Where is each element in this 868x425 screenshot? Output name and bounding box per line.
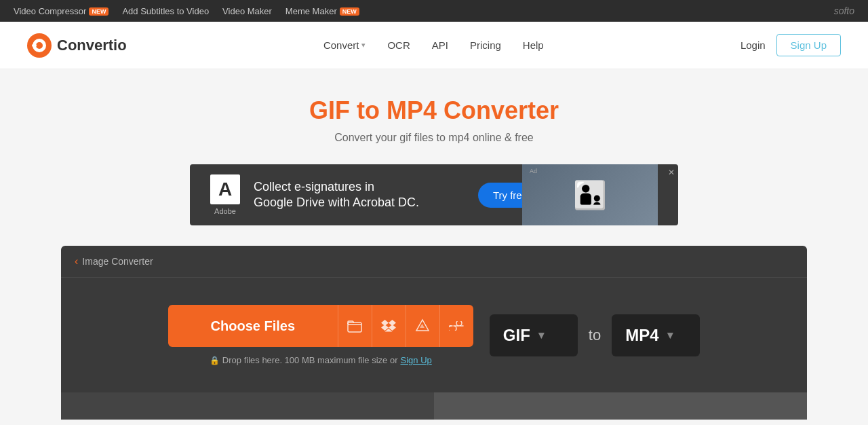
- page-title: GIF to MP4 Converter: [14, 96, 854, 125]
- topbar-video-maker[interactable]: Video Maker: [222, 6, 272, 16]
- auth-buttons: Login Sign Up: [741, 34, 841, 56]
- svg-point-2: [36, 42, 43, 49]
- choose-files-container: Choose Files: [168, 305, 473, 365]
- dropbox-icon[interactable]: [372, 305, 406, 347]
- from-format-chevron-icon: ▾: [538, 329, 544, 341]
- page-subtitle: Convert your gif files to mp4 online & f…: [14, 132, 854, 144]
- nav-ocr[interactable]: OCR: [379, 34, 418, 56]
- nav-pricing[interactable]: Pricing: [462, 34, 509, 56]
- topbar-video-compressor[interactable]: Video CompressorNEW: [14, 6, 108, 16]
- choose-files-button[interactable]: Choose Files: [168, 305, 473, 347]
- bottom-section: [61, 392, 807, 420]
- folder-icon[interactable]: [338, 305, 372, 347]
- ad-banner: A Adobe Collect e-signatures in Google D…: [190, 164, 678, 225]
- nav-help[interactable]: Help: [515, 34, 552, 56]
- adobe-logo: A Adobe: [210, 174, 240, 215]
- main-content: GIF to MP4 Converter Convert your gif fi…: [0, 69, 868, 420]
- converter-section: ‹ Image Converter Choose Files: [61, 246, 807, 392]
- top-bar: Video CompressorNEW Add Subtitles to Vid…: [0, 0, 868, 22]
- from-format-label: GIF: [503, 326, 530, 345]
- bottom-left: [61, 392, 434, 420]
- breadcrumb: ‹ Image Converter: [61, 246, 807, 278]
- topbar-add-subtitles[interactable]: Add Subtitles to Video: [122, 6, 209, 16]
- nav-api[interactable]: API: [424, 34, 456, 56]
- header: Convertio Convert ▾ OCR API Pricing Help…: [0, 22, 868, 69]
- login-button[interactable]: Login: [741, 39, 766, 51]
- ad-person-icon: 👨‍👦: [573, 179, 607, 211]
- to-format-label: MP4: [625, 326, 658, 345]
- ad-label: Ad: [530, 168, 537, 174]
- choose-files-label: Choose Files: [168, 318, 338, 334]
- logo[interactable]: Convertio: [27, 33, 127, 58]
- convert-chevron-icon: ▾: [361, 41, 366, 50]
- signup-link[interactable]: Sign Up: [401, 355, 432, 365]
- breadcrumb-chevron-icon: ‹: [75, 255, 78, 267]
- link-icon[interactable]: [439, 305, 473, 347]
- topbar-brand: softo: [834, 5, 854, 16]
- upload-icons: [338, 305, 473, 347]
- breadcrumb-text: Image Converter: [82, 256, 153, 267]
- to-label: to: [589, 327, 601, 344]
- svg-rect-3: [32, 44, 37, 47]
- from-format-button[interactable]: GIF ▾: [490, 314, 578, 356]
- top-bar-links: Video CompressorNEW Add Subtitles to Vid…: [14, 6, 359, 16]
- drop-zone-hint: 🔒 Drop files here. 100 MB maximum file s…: [210, 355, 432, 365]
- ad-text: Collect e-signatures in Google Drive wit…: [254, 179, 419, 211]
- converter-body: Choose Files: [61, 278, 807, 392]
- google-drive-icon[interactable]: [406, 305, 439, 347]
- adobe-icon: A: [210, 174, 240, 204]
- ad-image: 👨‍👦: [522, 164, 658, 225]
- to-format-chevron-icon: ▾: [667, 329, 673, 341]
- bottom-right: [434, 392, 807, 420]
- main-nav: Convert ▾ OCR API Pricing Help: [315, 34, 552, 56]
- ad-close-icon[interactable]: ✕: [668, 168, 675, 177]
- to-format-button[interactable]: MP4 ▾: [612, 314, 700, 356]
- ad-left: A Adobe Collect e-signatures in Google D…: [210, 174, 419, 215]
- ad-right: Try free 👨‍👦: [522, 164, 658, 225]
- topbar-meme-maker[interactable]: Meme MakerNEW: [285, 6, 359, 16]
- logo-icon: [27, 33, 52, 58]
- nav-convert[interactable]: Convert ▾: [315, 34, 374, 56]
- logo-text: Convertio: [57, 37, 127, 54]
- lock-icon: 🔒: [210, 356, 220, 365]
- svg-rect-4: [348, 322, 361, 332]
- format-group: GIF ▾ to MP4 ▾: [490, 314, 700, 356]
- signup-button[interactable]: Sign Up: [776, 34, 841, 56]
